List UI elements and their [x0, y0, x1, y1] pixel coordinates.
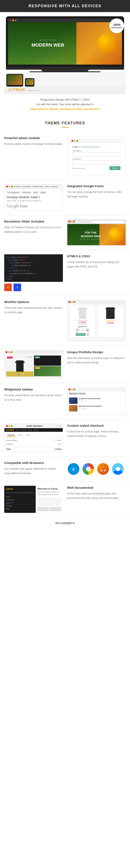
doc-nav-collections[interactable]: Collections — [6, 498, 34, 501]
dot-g5 — [11, 351, 12, 353]
dot-y6 — [71, 389, 73, 390]
css3-badge: 3 — [13, 283, 21, 291]
feature-admin-text: Powerful admin module Powerful admin mod… — [4, 136, 63, 146]
feature-slider-text: Revolution Slider Included Slider for Re… — [4, 220, 63, 234]
dot-y — [74, 140, 76, 142]
login-label: Login — [72, 146, 78, 148]
feature-fonts-title: Integrated Google Fonts — [67, 184, 126, 188]
filter-thickness[interactable]: Thickness — [21, 191, 32, 194]
filter-width[interactable]: Width — [40, 191, 47, 194]
dot-r5 — [6, 351, 7, 353]
feature-html5-image: <div class="container"> <div class="row"… — [4, 254, 63, 291]
qty-label: QUANTITY — [71, 326, 94, 328]
doc-nav-home[interactable]: Home — [6, 496, 34, 498]
dot-y7 — [8, 425, 10, 427]
devices-row — [4, 72, 126, 87]
forgot-password[interactable]: Forgot password? — [72, 167, 86, 169]
feature-wishlist-text: Wishlist Options Theme will show selecte… — [4, 300, 63, 314]
dot-r7 — [6, 425, 8, 427]
feature-portfolio-text: Unique Portfolio Design New and sale lab… — [67, 350, 126, 365]
password-label: Password — [72, 158, 121, 160]
feature-fonts-text: Integrated Google Fonts You can easily c… — [67, 184, 126, 198]
feature-slider-desc: Slider for Related Products you can show… — [4, 225, 63, 234]
laptop-screen: BUILT FOR MODERN WEB — [8, 22, 122, 65]
create-label: or create an account — [79, 146, 100, 148]
feature-wishlist-image: STORE PRICE € 29.99 YOUR PRICE QUANTITY … — [67, 300, 126, 341]
doc-main-title: Welcome to Citrus — [37, 488, 61, 490]
post1-img — [69, 398, 78, 404]
feature-portfolio-image: SALE 🔍 ↗ T-SHIRT NEW SALE — [4, 350, 63, 379]
header-banner: RESPONSIVE WITH ALL DEVICES — [0, 0, 130, 12]
google-fonts-logo: Google Fonts — [6, 204, 60, 208]
hero-desc: Responsive Design with HTML5 + CSS3 Go w… — [4, 94, 126, 113]
feature-fonts-desc: You can easily change the fonts for butt… — [67, 190, 126, 198]
dot-green — [15, 20, 16, 21]
slider-text-overlay: we are FOR THEMODERN WEB WITH ALL DEVICE… — [80, 229, 102, 240]
price-store-val: € 29.99 — [71, 321, 94, 323]
product-card-tshirt: STORE PRICE € 29.99 YOUR PRICE QUANTITY … — [70, 305, 96, 338]
username-input[interactable] — [72, 152, 121, 156]
feature-checkout-text: Custom styled checkout Custom tab for pr… — [67, 424, 126, 438]
post1-text: ALONE IN THE BACKYARD 11 Jun 2014 — [79, 398, 101, 402]
tab-returns[interactable]: Returns — [16, 433, 24, 437]
dot-r — [72, 140, 73, 142]
checkout-title: Order Summary — [27, 425, 43, 427]
font-info: Open Sans: 10 Styles by Steve Matteson — [6, 200, 60, 202]
qty-plus[interactable]: + — [86, 329, 89, 332]
hero-desc-highlight: smart phones, tablets, desktops & many n… — [30, 107, 100, 111]
price-yours-label: YOUR PRICE — [71, 323, 94, 325]
header-title: RESPONSIVE WITH ALL DEVICES — [29, 4, 101, 8]
feature-docs-text: Well documented All the basic liquid and… — [67, 486, 126, 500]
dot-y3 — [71, 221, 73, 222]
wishlist-btn[interactable]: ♥ — [86, 333, 89, 336]
feature-fonts-image: Preview Characters Popular Pairs About L… — [4, 184, 63, 211]
tab-shipping[interactable]: Shipping — [6, 433, 16, 437]
portfolio-mockup: SALE 🔍 ↗ T-SHIRT NEW SALE — [4, 350, 63, 379]
feature-portfolio-desc: New and sale labels on product page, in … — [67, 356, 126, 365]
search-overlay-icon[interactable]: 🔍 ↗ — [6, 371, 33, 376]
responsive-badge: 100% RESPONSIVE — [109, 19, 124, 33]
tab-about[interactable]: About — [24, 433, 31, 437]
feature-browsers: Compatible with Browsers Your website ma… — [0, 457, 130, 481]
dot-r6 — [69, 389, 70, 390]
post1-title[interactable]: ALONE IN THE BACKYARD — [79, 398, 101, 400]
post2-text: BROOKLYN PHOTOGRAPHY 11 Jun 2014 — [79, 405, 102, 410]
sidebar-mockup: RECENT POSTS ALONE IN THE BACKYARD 11 Ju… — [67, 388, 126, 415]
dot-yellow — [12, 20, 14, 21]
feature-browsers-image: e ● 🦊 — [66, 461, 126, 477]
feature-checkout-desc: Custom tab for product page, ready to di… — [67, 429, 126, 438]
signin-button[interactable]: Sign In — [110, 166, 121, 170]
filter-slant[interactable]: Slant — [33, 191, 39, 194]
post2-title[interactable]: BROOKLYN PHOTOGRAPHY — [79, 405, 102, 407]
feature-checkout-title: Custom styled checkout — [67, 424, 126, 427]
feature-sidebar-text: Widgetized sidebar Recently viewed items… — [4, 388, 63, 402]
hero-desc-line1: Responsive Design with HTML5 + CSS3 — [40, 98, 90, 101]
add-to-cart[interactable]: Add to Cart — [76, 333, 85, 336]
qty-input[interactable] — [80, 329, 85, 332]
feature-slider: Revolution Slider Included Slider for Re… — [0, 215, 130, 250]
doc-logo: Citrus — [6, 488, 34, 490]
qty-minus[interactable]: − — [76, 329, 79, 332]
feature-docs-title: Well documented — [67, 486, 126, 489]
checkout-logo: CITRUS — [6, 429, 14, 431]
filter-categories[interactable]: All categories — [6, 191, 20, 194]
feature-slider-title: Revolution Slider Included — [4, 220, 63, 223]
hoodie-stars: ★★★★★ — [99, 320, 122, 322]
feature-sidebar: Widgetized sidebar Recently viewed items… — [0, 383, 130, 419]
doc-main: Welcome to Citrus Documentation for setu… — [36, 486, 63, 513]
feature-portfolio-title: Unique Portfolio Design — [67, 350, 126, 354]
doc-nav-blog[interactable]: Blog — [6, 507, 34, 510]
password-input[interactable] — [72, 160, 121, 164]
modern-text: MODERN WEB — [32, 42, 64, 48]
doc-nav-contact[interactable]: Contact — [6, 504, 34, 507]
portfolio-tshirt: SALE 🔍 ↗ T-SHIRT — [6, 355, 34, 377]
badge-percent: 100% — [113, 23, 121, 27]
wishlist-mockup: STORE PRICE € 29.99 YOUR PRICE QUANTITY … — [67, 300, 126, 341]
hero-section: BUILT FOR MODERN WEB 100% RESPONSIVE CIT… — [0, 12, 130, 115]
address-bar[interactable]: citrus-theme.com — [76, 221, 124, 223]
feature-wishlist: Wishlist Options Theme will show selecte… — [0, 296, 130, 346]
portfolio-item-green: SALE — [34, 366, 61, 376]
dot-r4 — [69, 301, 70, 303]
price-store-label: STORE PRICE — [71, 320, 94, 321]
doc-nav-about[interactable]: About Us — [6, 501, 34, 504]
